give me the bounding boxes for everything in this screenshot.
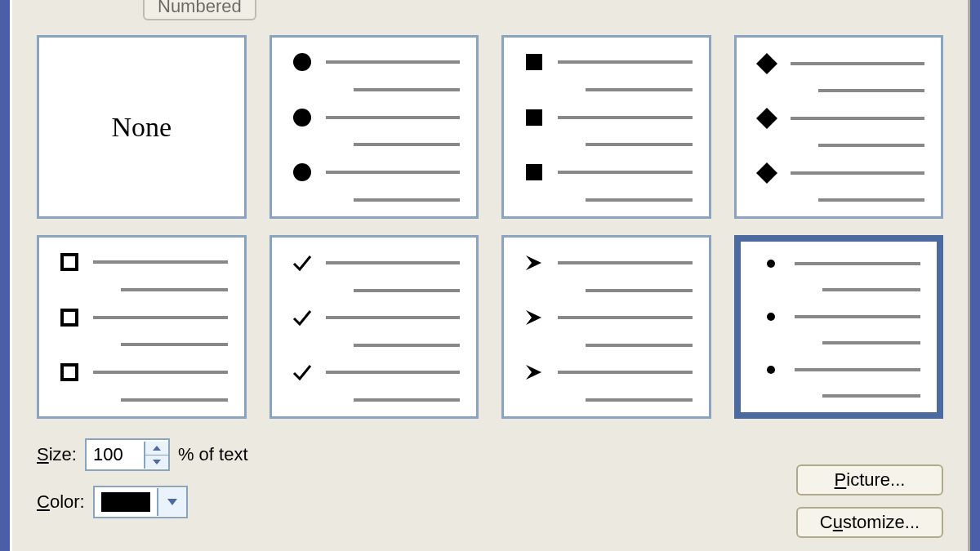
size-suffix: % of text [178, 444, 248, 465]
svg-rect-5 [526, 164, 542, 180]
color-label: Color: [37, 491, 85, 513]
svg-marker-6 [756, 53, 777, 74]
svg-point-1 [293, 109, 311, 127]
color-swatch [101, 492, 150, 512]
small-dot-icon [757, 309, 785, 324]
svg-rect-9 [62, 255, 77, 269]
diamond-icon [753, 107, 781, 130]
tab-strip: Numbered [37, 0, 943, 7]
svg-marker-8 [756, 162, 777, 184]
disc-icon [288, 108, 316, 127]
square-icon [520, 162, 548, 182]
bullet-tile-small-dot[interactable] [734, 235, 944, 419]
svg-rect-11 [62, 365, 77, 380]
svg-marker-17 [167, 499, 177, 505]
svg-point-0 [293, 53, 311, 71]
preview [288, 52, 461, 202]
size-spinner[interactable] [85, 438, 170, 471]
dropdown-button[interactable] [157, 488, 186, 516]
check-icon [288, 362, 316, 383]
spinner-buttons[interactable] [144, 442, 168, 469]
disc-icon [288, 162, 316, 182]
spinner-down-icon[interactable] [145, 455, 168, 469]
svg-rect-4 [526, 109, 542, 126]
size-label: Size: [37, 444, 77, 465]
bullet-tile-none[interactable]: None [37, 35, 247, 219]
check-icon [288, 252, 316, 273]
right-buttons: Picture... Customize... [796, 464, 943, 538]
spinner-up-icon[interactable] [145, 442, 168, 455]
svg-rect-3 [526, 54, 542, 70]
svg-point-2 [293, 163, 311, 181]
bullet-tile-arrow[interactable] [501, 235, 711, 419]
svg-point-14 [767, 366, 775, 374]
customize-button[interactable]: Customize... [796, 507, 943, 538]
bullet-style-grid: None [37, 35, 943, 419]
preview [520, 52, 693, 202]
bullet-tile-square[interactable] [501, 35, 711, 219]
preview [520, 252, 693, 402]
bullet-tile-check[interactable] [270, 235, 479, 419]
small-dot-icon [757, 362, 785, 377]
small-dot-icon [757, 256, 785, 271]
preview [757, 256, 921, 398]
bullet-tile-diamond[interactable] [734, 35, 944, 219]
diamond-icon [753, 52, 781, 75]
dialog-body: Numbered None [10, 0, 970, 551]
preview [753, 52, 925, 202]
svg-marker-15 [153, 446, 161, 451]
check-icon [288, 307, 316, 328]
arrow-icon [520, 362, 548, 383]
color-picker[interactable] [93, 486, 188, 518]
svg-point-12 [767, 260, 775, 268]
diamond-icon [753, 162, 781, 184]
bullet-tile-disc[interactable] [270, 35, 479, 219]
size-input[interactable] [87, 442, 144, 467]
bullet-tile-hollow-square[interactable] [37, 235, 247, 419]
hollow-square-icon [56, 308, 83, 327]
disc-icon [288, 52, 316, 72]
square-icon [520, 52, 548, 72]
svg-marker-16 [153, 460, 161, 464]
preview [56, 252, 228, 402]
none-label: None [39, 38, 244, 216]
arrow-icon [520, 307, 548, 328]
svg-rect-10 [62, 310, 77, 325]
arrow-icon [520, 252, 548, 273]
square-icon [520, 108, 548, 127]
picture-button[interactable]: Picture... [796, 464, 943, 495]
hollow-square-icon [56, 252, 83, 272]
preview [288, 252, 461, 402]
hollow-square-icon [56, 362, 83, 382]
svg-marker-7 [756, 108, 777, 129]
svg-point-13 [767, 313, 775, 321]
tab-numbered[interactable]: Numbered [143, 0, 256, 20]
chevron-down-icon [167, 499, 177, 505]
